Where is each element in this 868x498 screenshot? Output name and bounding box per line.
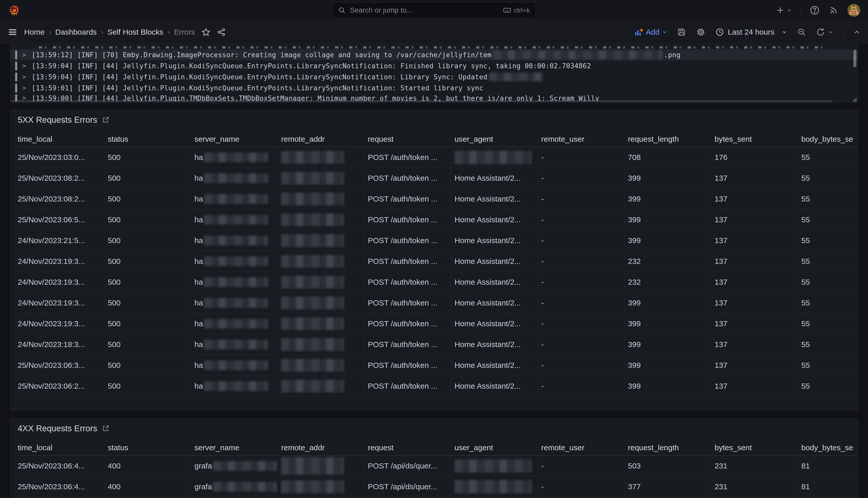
log-row[interactable]: >[13:59:04] [INF] [44] Jellyfin.Plugin.K… xyxy=(11,60,858,71)
redacted-blur xyxy=(281,193,344,205)
column-header-user_agent[interactable]: user_agent xyxy=(451,440,538,456)
expand-chevron-icon[interactable]: > xyxy=(22,84,26,92)
cell-request_length: 399 xyxy=(625,355,711,376)
log-row[interactable]: >[13:59:04] [INF] [44] Jellyfin.Plugin.K… xyxy=(11,71,858,82)
time-range-picker[interactable]: Last 24 hours xyxy=(715,28,787,37)
menu-hamburger-icon[interactable] xyxy=(8,27,17,37)
column-header-remote_addr[interactable]: remote_addr xyxy=(278,440,365,456)
column-header-remote_user[interactable]: remote_user xyxy=(538,131,625,147)
breadcrumb-item-home[interactable]: Home xyxy=(24,28,45,37)
refresh-button[interactable] xyxy=(816,27,833,37)
cell-request_length: 399 xyxy=(625,189,711,209)
log-message-suffix: .png xyxy=(664,51,680,59)
column-header-remote_user[interactable]: remote_user xyxy=(538,440,625,456)
settings-gear-icon[interactable] xyxy=(696,27,706,37)
cell-server_name: ha xyxy=(191,355,278,376)
cell-status: 500 xyxy=(104,168,191,189)
clock-icon xyxy=(715,28,724,37)
expand-chevron-icon[interactable]: > xyxy=(22,74,26,81)
cell-status: 500 xyxy=(104,334,191,355)
column-header-request[interactable]: request xyxy=(365,440,451,456)
external-link-icon[interactable] xyxy=(102,116,110,124)
cell-remote_user: - xyxy=(538,209,625,230)
star-favorite-icon[interactable] xyxy=(202,28,210,37)
column-header-remote_addr[interactable]: remote_addr xyxy=(278,131,365,147)
dashboard-toolbar: Home›Dashboards›Self Host Blocks›Errors … xyxy=(0,21,868,44)
table-row: 25/Nov/2023:03:0...500haPOST /auth/token… xyxy=(18,147,858,168)
panel-title[interactable]: 4XX Requests Errors xyxy=(18,423,97,433)
cell-remote_addr xyxy=(278,313,365,334)
external-link-icon[interactable] xyxy=(102,424,110,432)
cell-remote_addr xyxy=(278,251,365,272)
chevron-down-icon xyxy=(787,8,792,13)
cell-user_agent xyxy=(451,456,538,476)
column-header-body_bytes_se[interactable]: body_bytes_se xyxy=(798,440,858,456)
help-icon[interactable] xyxy=(810,5,820,15)
breadcrumb-item-self-host-blocks[interactable]: Self Host Blocks xyxy=(107,28,163,37)
cell-request_length: 399 xyxy=(625,376,711,397)
column-header-bytes_sent[interactable]: bytes_sent xyxy=(711,131,798,147)
redacted-blur xyxy=(213,461,277,471)
column-header-server_name[interactable]: server_name xyxy=(191,440,278,456)
cell-request_length: 399 xyxy=(625,168,711,189)
cell-request_length: 377 xyxy=(625,476,711,497)
column-header-bytes_sent[interactable]: bytes_sent xyxy=(711,440,798,456)
column-header-status[interactable]: status xyxy=(104,131,191,147)
cell-request_length: 399 xyxy=(625,293,711,313)
expand-chevron-icon[interactable]: > xyxy=(22,62,26,69)
cell-request_length: 399 xyxy=(625,334,711,355)
column-header-request_length[interactable]: request_length xyxy=(625,440,711,456)
column-header-server_name[interactable]: server_name xyxy=(191,131,278,147)
redacted-blur xyxy=(281,338,344,351)
table-row: 25/Nov/2023:08:2...500haPOST /auth/token… xyxy=(18,168,858,189)
log-row[interactable]: >[13:59:01] [INF] [44] Jellyfin.Plugin.K… xyxy=(11,82,858,93)
column-header-body_bytes_se[interactable]: body_bytes_se xyxy=(798,131,858,147)
vertical-scrollbar[interactable] xyxy=(853,50,856,67)
column-header-status[interactable]: status xyxy=(104,440,191,456)
cell-remote_addr xyxy=(278,334,365,355)
save-dashboard-icon[interactable] xyxy=(677,27,686,37)
log-row[interactable]: >[13:59:00] [INF] [44] Jellyfin.Plugin.T… xyxy=(11,93,858,101)
add-button[interactable]: Add xyxy=(634,27,667,37)
column-header-time_local[interactable]: time_local xyxy=(18,440,104,456)
cell-remote_addr xyxy=(278,355,365,376)
cell-request_length: 399 xyxy=(625,230,711,251)
cell-user_agent: Home Assistant/2... xyxy=(451,168,538,189)
cell-text: ha xyxy=(194,382,203,391)
cell-time_local: 24/Nov/2023:19:3... xyxy=(18,313,104,334)
panel-resize-handle[interactable] xyxy=(852,97,857,102)
expand-chevron-icon[interactable]: > xyxy=(22,51,26,58)
grafana-logo-icon[interactable] xyxy=(8,4,20,16)
news-rss-icon[interactable] xyxy=(828,5,839,15)
cell-request: POST /auth/token ... xyxy=(365,376,451,397)
search-input[interactable]: Search or jump to... ctrl+k xyxy=(332,2,536,18)
log-message: [13:59:12] [INF] [70] Emby.Drawing.Image… xyxy=(31,51,491,59)
redacted-blur xyxy=(204,381,268,391)
user-avatar[interactable] xyxy=(847,4,860,17)
cell-body_bytes_se: 55 xyxy=(798,189,858,209)
breadcrumb-item-dashboards[interactable]: Dashboards xyxy=(55,28,97,37)
column-header-request[interactable]: request xyxy=(365,131,451,147)
share-icon[interactable] xyxy=(217,28,226,37)
breadcrumb-separator: › xyxy=(49,28,51,36)
panel-title[interactable]: 5XX Requests Errors xyxy=(18,115,97,125)
horizontal-scrollbar[interactable] xyxy=(11,100,833,102)
cell-body_bytes_se: 81 xyxy=(798,476,858,497)
collapse-up-icon[interactable] xyxy=(853,28,860,36)
redacted-blur xyxy=(455,151,531,164)
cell-time_local: 25/Nov/2023:06:4... xyxy=(18,456,104,476)
column-header-request_length[interactable]: request_length xyxy=(625,131,711,147)
cell-text: ha xyxy=(194,215,203,224)
redacted-blur xyxy=(489,73,543,81)
zoom-out-icon[interactable] xyxy=(797,27,806,37)
log-row[interactable]: >[13:59:12] [INF] [70] Emby.Drawing.Imag… xyxy=(11,49,858,60)
column-header-time_local[interactable]: time_local xyxy=(18,131,104,147)
new-button[interactable] xyxy=(776,6,792,15)
redacted-blur xyxy=(455,459,531,473)
cell-user_agent: Home Assistant/2... xyxy=(451,313,538,334)
cell-remote_addr xyxy=(278,147,365,168)
chevron-down-icon xyxy=(662,29,667,35)
column-header-user_agent[interactable]: user_agent xyxy=(451,131,538,147)
redacted-blur xyxy=(204,153,268,162)
cell-status: 500 xyxy=(104,313,191,334)
